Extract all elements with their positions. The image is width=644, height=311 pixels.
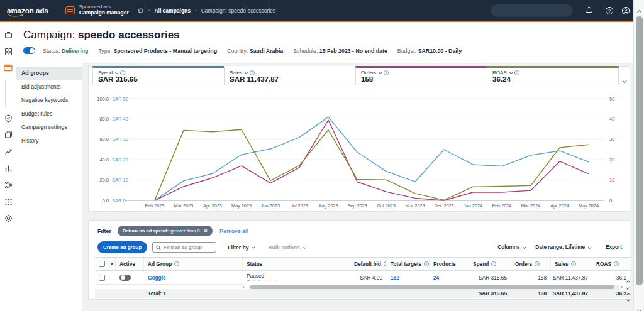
nav-app-switcher[interactable]: Sponsored ads Campaign manager: [79, 4, 129, 16]
svg-text:10: 10: [609, 177, 614, 183]
svg-text:80.0: 80.0: [99, 116, 109, 122]
campaigns-icon-active[interactable]: [4, 63, 13, 72]
sidebar-item-history[interactable]: History: [16, 134, 82, 148]
apps-grid-icon[interactable]: [4, 197, 13, 206]
search-icon: [156, 245, 161, 250]
scrollbar-up-icon[interactable]: [638, 5, 641, 16]
status-value: Delivering: [62, 48, 89, 54]
filter-by-dropdown[interactable]: Filter by: [228, 244, 254, 251]
rail-divider: [5, 80, 6, 107]
svg-text:Oct 2023: Oct 2023: [377, 203, 396, 209]
svg-text:Jan 2024: Jan 2024: [464, 203, 482, 209]
ad-group-link[interactable]: Goggle: [148, 275, 166, 281]
amazon-ads-logo[interactable]: amazon ads: [7, 7, 48, 14]
svg-text:0.0: 0.0: [103, 198, 109, 204]
table-header-row: Active Ad Groupi Status Default bidi Tot…: [95, 257, 631, 271]
campaign-manager-icon: [65, 6, 75, 14]
date-range-dropdown[interactable]: Date range: Lifetime: [535, 244, 591, 250]
sidebar-item-negative-keywords[interactable]: Negative keywords: [16, 94, 82, 107]
campaign-enabled-toggle[interactable]: [23, 47, 35, 54]
filter-pill[interactable]: Return on ad spend:greater than 0✕: [118, 226, 213, 236]
total-scroll-down-icon[interactable]: [627, 292, 630, 303]
svg-text:Jun 2023: Jun 2023: [261, 203, 280, 209]
chevron-down-icon[interactable]: [245, 70, 248, 74]
remove-filter-icon[interactable]: ✕: [204, 228, 208, 234]
metric-card-sales[interactable]: Salesi SAR 11,437.87: [224, 66, 356, 85]
total-targets-link[interactable]: 162: [391, 275, 399, 281]
scroll-right-icon[interactable]: ›: [619, 284, 625, 290]
ad-groups-table-card: Filter Return on ad spend:greater than 0…: [88, 220, 630, 300]
svg-text:30: 30: [609, 136, 614, 142]
collapse-chart-chevron[interactable]: [623, 74, 626, 85]
top-navbar: amazon ads Sponsored ads Campaign manage…: [0, 0, 633, 21]
insights-icon[interactable]: [4, 147, 13, 156]
svg-text:May 2024: May 2024: [579, 203, 599, 209]
breadcrumb-all-campaigns[interactable]: All campaigns: [154, 8, 191, 14]
svg-text:50: 50: [609, 96, 614, 102]
select-dropdown-icon[interactable]: [110, 263, 114, 265]
svg-text:SAR 50: SAR 50: [112, 96, 128, 102]
reports-icon[interactable]: [4, 163, 13, 172]
table-scroll-up-icon[interactable]: [627, 275, 630, 286]
sidebar-item-campaign-settings[interactable]: Campaign settings: [16, 121, 82, 134]
svg-text:?: ?: [608, 8, 611, 13]
svg-text:SAR 0: SAR 0: [112, 198, 126, 204]
svg-text:Aug 2023: Aug 2023: [318, 203, 338, 209]
brand-protection-icon[interactable]: [4, 114, 13, 123]
svg-text:Jul 2023: Jul 2023: [291, 203, 308, 209]
scrollbar-down-icon[interactable]: [638, 303, 641, 311]
products-link[interactable]: 24: [433, 275, 439, 281]
scrollbar-thumb[interactable]: [636, 16, 643, 285]
svg-text:Feb 2023: Feb 2023: [145, 203, 165, 209]
info-icon: i: [514, 70, 519, 75]
chevron-down-icon[interactable]: [379, 70, 382, 74]
sidebar-item-budget-rules[interactable]: Budget rules: [16, 107, 82, 121]
remove-all-link[interactable]: Remove all: [219, 228, 248, 234]
svg-text:40: 40: [609, 116, 614, 122]
metrics-chart-card: Spendi SAR 315.65 Salesi SAR 11,437.87 O…: [88, 66, 630, 212]
sidebar-item-ad-groups[interactable]: Ad groups: [16, 67, 82, 80]
columns-dropdown[interactable]: Columns: [497, 244, 525, 250]
sidebar-item-bid-adjustments[interactable]: Bid adjustments: [16, 80, 82, 94]
table-horizontal-scrollbar[interactable]: ‹ ›: [243, 284, 629, 290]
page-scrollbar[interactable]: [633, 0, 644, 311]
portfolio-icon[interactable]: [4, 30, 13, 39]
select-all-checkbox[interactable]: [99, 261, 105, 267]
svg-text:SAR 20: SAR 20: [112, 157, 128, 163]
breadcrumb-current: Campaign: speedo accessories: [201, 8, 276, 14]
ad-group-active-toggle[interactable]: [119, 275, 131, 281]
table-scroll-strip: ‹ ›: [95, 285, 631, 289]
optimization-icon[interactable]: [4, 180, 13, 189]
help-icon[interactable]: ?: [605, 6, 614, 15]
dashboard-icon[interactable]: [4, 47, 13, 56]
metric-card-roas[interactable]: ROASi 36.24: [487, 66, 619, 85]
app-root: amazon ads Sponsored ads Campaign manage…: [0, 0, 644, 311]
table-row: Goggle PausedOut of budget SAR 4.00 162 …: [95, 271, 631, 285]
create-ad-group-button[interactable]: Create ad group: [97, 241, 147, 253]
chevron-down-icon[interactable]: [115, 70, 119, 74]
export-button[interactable]: Export: [606, 244, 622, 250]
metric-card-spend[interactable]: Spendi SAR 315.65: [92, 66, 225, 85]
svg-text:May 2023: May 2023: [231, 203, 252, 209]
scroll-left-icon[interactable]: ‹: [243, 284, 249, 290]
chevron-down-icon[interactable]: [509, 70, 513, 74]
bulk-actions-dropdown[interactable]: Bulk actions: [268, 244, 306, 251]
campaign-status-row: Status: Delivering Type: Sponsored Produ…: [23, 47, 472, 54]
find-ad-group-input[interactable]: Find an ad group: [152, 242, 216, 253]
nav-search-input[interactable]: [491, 4, 573, 17]
svg-text:20: 20: [609, 157, 614, 163]
svg-text:100.0: 100.0: [97, 96, 109, 102]
svg-text:60.0: 60.0: [99, 136, 109, 142]
svg-text:Nov 2023: Nov 2023: [405, 203, 425, 209]
settings-gear-icon[interactable]: [4, 214, 13, 222]
svg-text:Mar 2023: Mar 2023: [174, 203, 194, 209]
accent-line: [0, 21, 633, 22]
account-icon[interactable]: [621, 6, 630, 15]
svg-text:Feb 2024: Feb 2024: [492, 203, 512, 209]
notifications-bell-icon[interactable]: [585, 6, 593, 14]
home-icon[interactable]: [137, 7, 144, 14]
metric-card-orders[interactable]: Ordersi 158: [355, 66, 487, 85]
svg-text:SAR 10: SAR 10: [112, 177, 128, 183]
row-checkbox[interactable]: [99, 275, 105, 281]
creatives-icon[interactable]: [4, 130, 13, 139]
